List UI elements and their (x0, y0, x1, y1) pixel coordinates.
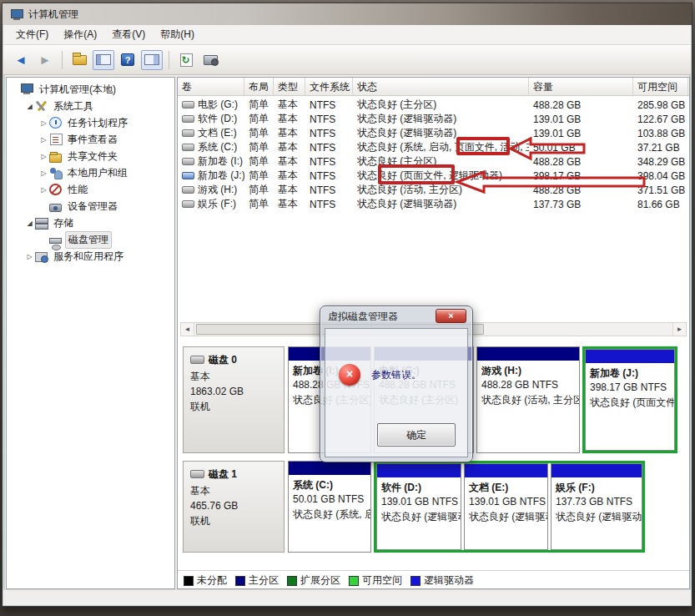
back-icon[interactable]: ◄ (10, 50, 32, 70)
sidebar-item-7[interactable]: 设备管理器 (7, 198, 174, 215)
partition-size: 137.73 GB NTFS (556, 495, 637, 509)
disk-status: 联机 (190, 399, 277, 414)
partition-color-bar (477, 347, 579, 361)
cell-fs: NTFS (305, 184, 353, 196)
partition-name: 游戏 (H:) (481, 364, 575, 378)
tree-expander-icon[interactable]: ▷ (38, 153, 49, 160)
partition-block[interactable]: 软件 (D:)139.01 GB NTFS状态良好 (逻辑驱动器) (376, 463, 461, 550)
disk-header-0[interactable]: 磁盘 0基本1863.02 GB联机 (183, 346, 285, 453)
cell-free: 81.66 GB (633, 199, 688, 210)
cell-name: 软件 (D:) (178, 112, 244, 126)
table-row[interactable]: 电影 (G:)简单基本NTFS状态良好 (主分区)488.28 GB285.98… (178, 98, 689, 112)
show-action-pane-icon[interactable] (141, 50, 163, 70)
cell-free: 348.29 GB (633, 156, 688, 168)
sidebar-item-8[interactable]: ◢存储 (7, 215, 174, 231)
tree-expander-icon[interactable]: ▷ (24, 253, 35, 260)
tree-expander-icon[interactable]: ▷ (38, 136, 49, 144)
dialog-close-icon[interactable]: × (436, 309, 466, 323)
legend-swatch (235, 576, 245, 586)
tree-expander-icon[interactable]: ◢ (24, 103, 35, 110)
column-header-1[interactable]: 布局 (244, 78, 274, 95)
disk-icon (190, 356, 204, 364)
column-header-2[interactable]: 类型 (274, 78, 305, 95)
refresh-icon[interactable] (175, 50, 197, 70)
legend-item-2: 扩展分区 (287, 573, 340, 588)
volume-name: 游戏 (H:) (198, 183, 237, 197)
sidebar-item-4[interactable]: ▷共享文件夹 (7, 148, 174, 164)
show-console-tree-icon[interactable] (93, 50, 114, 70)
partition-name: 文档 (E:) (469, 481, 543, 495)
volume-icon (182, 158, 194, 165)
partition-color-bar (551, 464, 642, 477)
sidebar-item-5[interactable]: ▷本地用户和组 (7, 164, 174, 181)
column-header-3[interactable]: 文件系统 (305, 78, 353, 95)
cell-type: 基本 (274, 154, 305, 169)
disk-settings-icon[interactable] (199, 50, 221, 70)
menu-item-1[interactable]: 操作(A) (56, 25, 104, 44)
disk-header-1[interactable]: 磁盘 1基本465.76 GB联机 (183, 461, 285, 553)
sidebar-item-2[interactable]: ▷任务计划程序 (7, 114, 174, 131)
sidebar-item-0[interactable]: 计算机管理(本地) (7, 81, 174, 98)
disk-icon (190, 470, 204, 478)
partition-color-bar (377, 464, 461, 477)
partition-color-bar (465, 464, 547, 477)
volume-name: 系统 (C:) (198, 140, 237, 154)
sidebar-item-3[interactable]: ▷事件查看器 (7, 131, 174, 148)
partition-color-bar (586, 350, 674, 363)
console-tree-pane: 计算机管理(本地)◢系统工具▷任务计划程序▷事件查看器▷共享文件夹▷本地用户和组… (6, 77, 175, 589)
table-row[interactable]: 软件 (D:)简单基本NTFS状态良好 (逻辑驱动器)139.01 GB122.… (178, 112, 689, 126)
help-icon[interactable]: ? (117, 50, 138, 70)
table-row[interactable]: 系统 (C:)简单基本NTFS状态良好 (系统, 启动, 页面文件, 活动, 主… (178, 140, 689, 154)
scroll-right-icon[interactable]: ► (672, 323, 686, 336)
virtual-disk-manager-dialog: 虚拟磁盘管理器 × × 参数错误。 确定 (320, 305, 473, 462)
sidebar-item-10[interactable]: ▷服务和应用程序 (7, 248, 174, 265)
cell-type: 基本 (274, 112, 305, 126)
forward-icon[interactable]: ► (34, 50, 56, 70)
folder-icon (49, 154, 62, 163)
column-header-5[interactable]: 容量 (529, 78, 633, 95)
legend-label: 未分配 (197, 573, 227, 588)
ok-button[interactable]: 确定 (377, 423, 456, 447)
volume-icon (182, 101, 194, 109)
column-header-0[interactable]: 卷 (178, 78, 244, 95)
partition-size: 139.01 GB NTFS (381, 495, 456, 509)
volume-icon (182, 172, 194, 179)
column-header-4[interactable]: 状态 (353, 78, 529, 95)
cell-layout: 简单 (244, 154, 274, 169)
tree-expander-icon[interactable]: ▷ (38, 186, 49, 194)
window-titlebar[interactable]: 计算机管理 (3, 3, 692, 25)
partition-block[interactable]: 游戏 (H:)488.28 GB NTFS状态良好 (活动, 主分区) (476, 346, 580, 453)
cell-layout: 简单 (244, 169, 274, 183)
table-row[interactable]: 文档 (E:)简单基本NTFS状态良好 (逻辑驱动器)139.01 GB103.… (178, 126, 689, 140)
scroll-left-icon[interactable]: ◄ (181, 323, 194, 336)
partition-info: 文档 (E:)139.01 GB NTFS状态良好 (逻辑驱动器) (465, 477, 547, 524)
partition-block[interactable]: 文档 (E:)139.01 GB NTFS状态良好 (逻辑驱动器) (464, 463, 548, 550)
up-folder-icon[interactable] (68, 50, 90, 70)
forward-icon-glyph: ► (39, 53, 52, 67)
legend-item-3: 可用空间 (349, 573, 402, 588)
tree-expander-icon[interactable]: ▷ (38, 119, 49, 127)
menu-item-2[interactable]: 查看(V) (104, 25, 153, 44)
tree-expander-icon[interactable]: ◢ (24, 220, 35, 227)
partition-block[interactable]: 娱乐 (F:)137.73 GB NTFS状态良好 (逻辑驱动器) (551, 463, 642, 550)
cell-free: 37.21 GB (633, 142, 688, 154)
legend-label: 可用空间 (362, 573, 402, 588)
table-row[interactable]: 娱乐 (F:)简单基本NTFS状态良好 (逻辑驱动器)137.73 GB81.6… (178, 197, 689, 211)
partition-block[interactable]: 新加卷 (J:)398.17 GB NTFS状态良好 (页面文件, 逻辑驱动器) (585, 349, 675, 451)
cell-capacity: 139.01 GB (529, 114, 633, 125)
cell-name: 系统 (C:) (178, 140, 244, 154)
column-header-6[interactable]: 可用空间 (633, 78, 688, 95)
tree-expander-icon[interactable]: ▷ (38, 169, 49, 177)
sidebar-item-9[interactable]: 磁盘管理 (7, 231, 174, 248)
sidebar-item-6[interactable]: ▷性能 (7, 181, 174, 198)
clock-icon (49, 117, 62, 129)
cell-type: 基本 (274, 169, 305, 183)
up-folder-icon-shape (73, 55, 87, 65)
disk-title: 磁盘 0 (190, 352, 277, 367)
menu-item-3[interactable]: 帮助(H) (153, 25, 202, 44)
partition-name: 新加卷 (J:) (590, 366, 670, 381)
disk-icon (49, 238, 62, 244)
sidebar-item-1[interactable]: ◢系统工具 (7, 98, 174, 114)
menu-item-0[interactable]: 文件(F) (8, 25, 56, 44)
partition-block[interactable]: 系统 (C:)50.01 GB NTFS状态良好 (系统, 启动, 页面文件, … (288, 461, 371, 553)
